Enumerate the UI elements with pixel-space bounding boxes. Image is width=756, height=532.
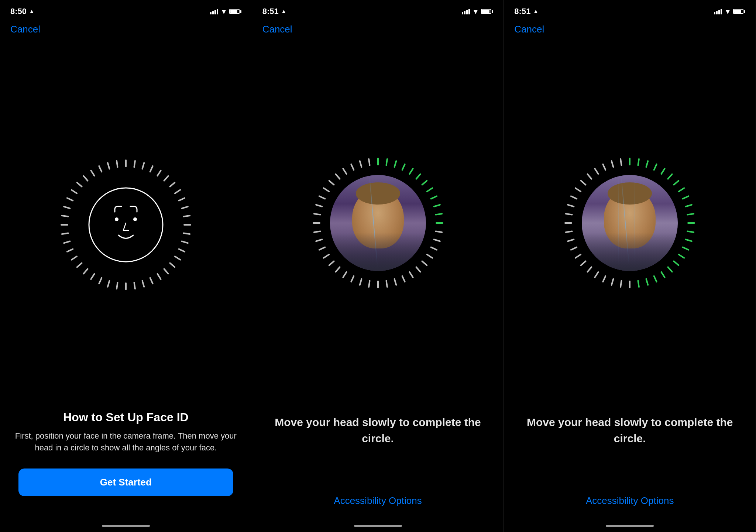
time-3: 8:51 [514,7,530,16]
location-icon-3: ▲ [533,8,539,15]
status-left-3: 8:51 ▲ [514,7,539,16]
subtitle-3: Move your head slowly to complete the ci… [515,414,745,446]
ring-area-1: // This will be rendered as SVG in the t… [0,39,252,407]
status-left-2: 8:51 ▲ [262,7,287,16]
status-right-3: ▾ [714,7,745,16]
home-indicator-2 [354,525,402,527]
face-photo-3 [582,175,678,271]
bottom-area-1: How to Set Up Face ID First, position yo… [0,407,252,525]
cancel-button-2[interactable]: Cancel [252,20,303,39]
bottom-area-2: Move your head slowly to complete the ci… [252,407,504,525]
get-started-button[interactable]: Get Started [18,468,233,496]
phone-screen-3: 8:51 ▲ ▾ Cancel [504,0,756,532]
face-ring-1: // This will be rendered as SVG in the t… [56,155,196,295]
home-indicator-3 [606,525,654,527]
phone-screen-1: 8:50 ▲ ▾ Cancel [0,0,252,532]
battery-icon-3 [733,9,745,14]
signal-icon-1 [210,9,218,14]
face-photo-2 [330,175,426,271]
ring-area-2 [252,39,504,407]
face-ring-2 [308,153,448,293]
photo-bg-3 [582,175,678,271]
wifi-icon-3: ▾ [726,7,729,16]
home-indicator-1 [102,525,150,527]
location-icon-1: ▲ [29,8,35,15]
wifi-icon-1: ▾ [222,7,226,16]
status-right-1: ▾ [210,7,241,16]
status-bar-3: 8:51 ▲ ▾ [504,0,756,20]
accessibility-options-3[interactable]: Accessibility Options [586,495,674,510]
battery-icon-2 [481,9,493,14]
wifi-icon-2: ▾ [474,7,477,16]
main-title-1: How to Set Up Face ID [63,411,189,424]
status-bar-1: 8:50 ▲ ▾ [0,0,252,20]
battery-icon-1 [229,9,241,14]
bottom-area-3: Move your head slowly to complete the ci… [504,407,756,525]
subtitle-2: Move your head slowly to complete the ci… [263,414,493,446]
signal-icon-2 [462,9,470,14]
time-1: 8:50 [10,7,27,16]
status-left-1: 8:50 ▲ [10,7,35,16]
accessibility-options-2[interactable]: Accessibility Options [334,495,422,510]
status-bar-2: 8:51 ▲ ▾ [252,0,504,20]
face-ring-3 [560,153,700,293]
cancel-button-3[interactable]: Cancel [504,20,554,39]
time-2: 8:51 [262,7,279,16]
phone-screen-2: 8:51 ▲ ▾ Cancel [252,0,504,532]
status-right-2: ▾ [462,7,493,16]
cancel-button-1[interactable]: Cancel [0,20,51,39]
photo-bg-2 [330,175,426,271]
ring-area-3 [504,39,756,407]
location-icon-2: ▲ [281,8,287,15]
signal-icon-3 [714,9,722,14]
subtitle-1: First, position your face in the camera … [11,430,241,454]
